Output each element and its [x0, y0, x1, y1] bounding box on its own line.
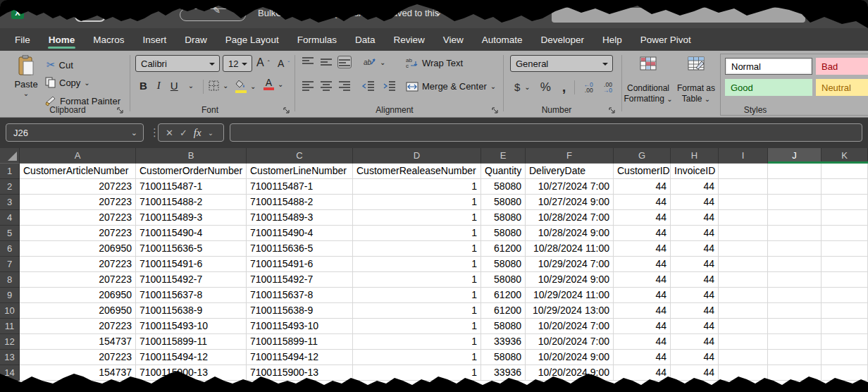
- cell-H14[interactable]: 44: [671, 365, 719, 381]
- cell-B5[interactable]: 7100115490-4: [136, 226, 247, 241]
- cell-H8[interactable]: 44: [671, 272, 719, 288]
- row-header-9[interactable]: 9: [0, 288, 20, 303]
- cell-A4[interactable]: 207223: [20, 210, 136, 226]
- column-header-H[interactable]: H: [671, 148, 719, 164]
- cell-G5[interactable]: 44: [614, 226, 671, 241]
- cell-D12[interactable]: 1: [353, 334, 481, 350]
- cell-I5[interactable]: [719, 226, 768, 241]
- cell-J1[interactable]: [768, 164, 822, 179]
- cell-I9[interactable]: [719, 288, 768, 303]
- cell-F7[interactable]: 10/29/2024 7:00: [526, 257, 614, 272]
- font-size-combo[interactable]: 12: [223, 55, 252, 72]
- column-header-A[interactable]: A: [20, 148, 136, 164]
- conditional-formatting-button[interactable]: [628, 56, 668, 73]
- cell-E14[interactable]: 33936: [481, 365, 526, 381]
- cut-button[interactable]: ✂ Cut: [46, 59, 73, 71]
- cell-K9[interactable]: [822, 288, 868, 303]
- cell-J9[interactable]: [768, 288, 822, 303]
- font-color-button[interactable]: A ⌄: [264, 78, 283, 90]
- column-header-E[interactable]: E: [481, 148, 526, 164]
- cell-K8[interactable]: [822, 272, 868, 288]
- menu-tab-home[interactable]: Home: [39, 28, 85, 51]
- underline-chevron-icon[interactable]: ⌄: [188, 82, 194, 90]
- cell-I13[interactable]: [719, 350, 768, 365]
- cell-B8[interactable]: 7100115492-7: [136, 272, 247, 288]
- cell-style-good[interactable]: Good: [725, 79, 812, 96]
- cell-D13[interactable]: 1: [353, 350, 481, 365]
- cell-F10[interactable]: 10/29/2024 13:00: [526, 303, 614, 319]
- comma-button[interactable]: ,: [562, 79, 566, 95]
- name-box-chevron-icon[interactable]: ⌄: [131, 128, 137, 137]
- alignment-dialog-launcher[interactable]: [492, 107, 499, 114]
- save-icon[interactable]: ✎: [213, 5, 221, 16]
- cell-J3[interactable]: [768, 195, 822, 210]
- column-header-I[interactable]: I: [719, 148, 768, 164]
- cell-D5[interactable]: 1: [353, 226, 481, 241]
- cell-C5[interactable]: 7100115490-4: [247, 226, 353, 241]
- cell-C2[interactable]: 7100115487-1: [247, 179, 353, 195]
- cell-D3[interactable]: 1: [353, 195, 481, 210]
- cell-F11[interactable]: 10/20/2024 7:00: [526, 319, 614, 334]
- cell-E6[interactable]: 61200: [481, 241, 526, 257]
- decrease-indent-button[interactable]: [362, 80, 375, 92]
- cell-J10[interactable]: [768, 303, 822, 319]
- cell-I2[interactable]: [719, 179, 768, 195]
- paste-button[interactable]: Paste ⌄: [10, 55, 42, 97]
- copy-chevron-icon[interactable]: ⌄: [84, 79, 89, 87]
- cell-C6[interactable]: 7100115636-5: [247, 241, 353, 257]
- cell-I12[interactable]: [719, 334, 768, 350]
- cell-K12[interactable]: [822, 334, 868, 350]
- cell-C8[interactable]: 7100115492-7: [247, 272, 353, 288]
- cell-G1[interactable]: CustomerID: [614, 164, 671, 179]
- cell-H4[interactable]: 44: [671, 210, 719, 226]
- cell-C14[interactable]: 7100115900-13: [247, 365, 353, 381]
- increase-indent-button[interactable]: [383, 80, 396, 92]
- menu-tab-automate[interactable]: Automate: [473, 28, 532, 51]
- cell-K5[interactable]: [822, 226, 868, 241]
- font-color-chevron-icon[interactable]: ⌄: [278, 80, 283, 88]
- copy-button[interactable]: Copy ⌄: [45, 77, 90, 88]
- column-header-B[interactable]: B: [136, 148, 247, 164]
- row-header-4[interactable]: 4: [0, 210, 20, 226]
- shrink-font-button[interactable]: Aˇ: [278, 58, 290, 69]
- cell-E7[interactable]: 58080: [481, 257, 526, 272]
- wrap-text-button[interactable]: ab c Wrap Text: [406, 57, 463, 68]
- name-box[interactable]: J26 ⌄: [6, 123, 144, 142]
- cell-A3[interactable]: 207223: [20, 195, 136, 210]
- cell-G4[interactable]: 44: [614, 210, 671, 226]
- cell-J12[interactable]: [768, 334, 822, 350]
- cell-J14[interactable]: [768, 365, 822, 381]
- number-dialog-launcher[interactable]: [609, 107, 616, 114]
- cell-H5[interactable]: 44: [671, 226, 719, 241]
- cell-E4[interactable]: 58080: [481, 210, 526, 226]
- cell-A6[interactable]: 206950: [20, 241, 136, 257]
- borders-button[interactable]: ⌄: [209, 80, 228, 91]
- cell-I10[interactable]: [719, 303, 768, 319]
- cell-F14[interactable]: 10/20/2024 9:00: [526, 365, 614, 381]
- row-header-3[interactable]: 3: [0, 195, 20, 210]
- cell-F5[interactable]: 10/28/2024 9:00: [526, 226, 614, 241]
- menu-tab-review[interactable]: Review: [384, 28, 433, 51]
- menu-tab-draw[interactable]: Draw: [175, 28, 216, 51]
- format-as-table-chevron-icon[interactable]: ⌄: [705, 95, 710, 103]
- cell-A8[interactable]: 207223: [20, 272, 136, 288]
- cell-F9[interactable]: 10/29/2024 11:00: [526, 288, 614, 303]
- cell-A1[interactable]: CustomerArticleNumber: [20, 164, 136, 179]
- cell-A14[interactable]: 154737: [20, 365, 136, 381]
- cell-J6[interactable]: [768, 241, 822, 257]
- row-header-2[interactable]: 2: [0, 179, 20, 195]
- cell-H13[interactable]: 44: [671, 350, 719, 365]
- menu-tab-developer[interactable]: Developer: [532, 28, 594, 51]
- cell-F8[interactable]: 10/29/2024 9:00: [526, 272, 614, 288]
- align-left-button[interactable]: [302, 80, 314, 92]
- cell-D7[interactable]: 1: [353, 257, 481, 272]
- cell-J8[interactable]: [768, 272, 822, 288]
- fill-color-chevron-icon[interactable]: ⌄: [250, 82, 256, 90]
- cell-F3[interactable]: 10/27/2024 9:00: [526, 195, 614, 210]
- menu-tab-insert[interactable]: Insert: [134, 28, 176, 51]
- menu-tab-power-pivot[interactable]: Power Pivot: [631, 28, 700, 51]
- row-header-1[interactable]: 1: [0, 164, 20, 179]
- cell-E1[interactable]: Quantity: [481, 164, 526, 179]
- italic-button[interactable]: I: [157, 80, 161, 92]
- cell-J4[interactable]: [768, 210, 822, 226]
